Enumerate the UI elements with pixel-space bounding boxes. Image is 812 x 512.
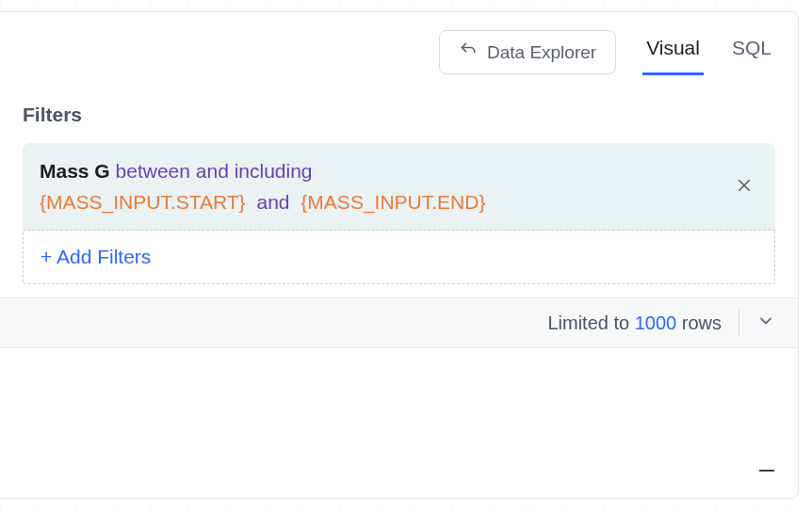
filter-param-end: {MASS_INPUT.END} [300,191,485,213]
add-filter-label: + Add Filters [41,246,151,267]
panel-header: Data Explorer Visual SQL [0,12,798,92]
tab-sql[interactable]: SQL [728,29,775,75]
filters-section: Filters Mass G between and including {MA… [0,92,798,498]
filters-heading: Filters [23,104,775,126]
view-mode-tabs: Visual SQL [642,29,775,75]
filter-expression: Mass G between and including {MASS_INPUT… [40,156,485,217]
chevron-down-icon [756,312,775,335]
row-limit-text: Limited to 1000 rows [547,312,722,334]
filter-param-start: {MASS_INPUT.START} [40,191,246,213]
tab-visual[interactable]: Visual [642,29,704,75]
data-explorer-label: Data Explorer [487,42,596,63]
back-arrow-icon [459,40,478,64]
limit-prefix: Limited to [547,312,629,333]
row-limit-bar: Limited to 1000 rows [0,297,798,348]
limit-value: 1000 [635,312,677,333]
tab-sql-label: SQL [732,37,771,58]
collapse-panel-button[interactable] [756,460,777,485]
limit-suffix: rows [682,312,722,333]
data-explorer-button[interactable]: Data Explorer [439,30,616,74]
filter-operator: between and including [116,160,313,182]
add-filter-button[interactable]: + Add Filters [23,230,775,284]
remove-filter-button[interactable] [730,169,758,205]
filter-field-name: Mass G [40,160,110,182]
limit-expand-button[interactable] [756,312,775,335]
filter-row[interactable]: Mass G between and including {MASS_INPUT… [23,143,775,231]
query-panel: Data Explorer Visual SQL Filters Mass G … [0,11,799,499]
filter-conjunction: and [251,191,295,213]
close-icon [736,175,753,199]
separator [739,310,739,336]
minus-icon [756,468,777,484]
tab-visual-label: Visual [646,37,700,58]
